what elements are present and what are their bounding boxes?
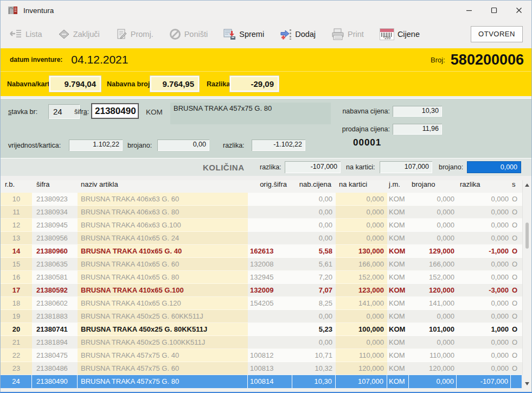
- vertical-scrollbar[interactable]: [522, 180, 531, 388]
- on-card-field: 107,000: [380, 161, 432, 173]
- on-card-label: na kartici:: [346, 163, 375, 171]
- cell-jm: KOM: [387, 271, 409, 284]
- ponisti-button: Poništi: [169, 28, 208, 40]
- cell-rb: 19: [1, 310, 32, 323]
- cell-naziv: BRUSNA TRAKA 410x65 G.120: [78, 297, 248, 310]
- cell-orig: 100813: [248, 362, 292, 375]
- cell-s: [511, 375, 522, 388]
- close-icon: [516, 7, 522, 14]
- cell-nab: 0,00: [292, 193, 336, 206]
- table-row[interactable]: 1621380581BRUSNA TRAKA 410x65 G. 8013294…: [1, 271, 522, 284]
- table-row[interactable]: 2421380490BRUSNA TRAKA 457x75 G. 8010081…: [1, 375, 522, 388]
- purchase-price-label: nabavna cijena:: [337, 107, 390, 115]
- cell-s: O: [511, 297, 522, 310]
- cell-razlika: 0,000: [457, 193, 511, 206]
- cell-sifra: 21380581: [32, 271, 78, 284]
- table-row[interactable]: 2121381894BRUSNA TRAKA 450x25 G.100KK511…: [1, 336, 522, 349]
- cell-nab: 0,00: [292, 232, 336, 245]
- cijene-label: Cijene: [398, 30, 420, 39]
- cell-razlika: 1,000: [457, 323, 511, 336]
- cell-jm: KOM: [387, 310, 409, 323]
- maximize-icon: [491, 7, 497, 14]
- cell-kartici: 0,000: [336, 232, 387, 245]
- cell-naziv: BRUSNA TRAKA 410x65 G. 80: [78, 271, 248, 284]
- dodaj-button[interactable]: Dodaj: [280, 28, 316, 40]
- table-row[interactable]: 2321380486BRUSNA TRAKA 457x75 G. 6010081…: [1, 362, 522, 375]
- cell-sifra: 21380945: [32, 219, 78, 232]
- table-row[interactable]: 1221380945BRUSNA TRAKA 406x63 G.1000,000…: [1, 219, 522, 232]
- scroll-down-button[interactable]: [523, 379, 531, 388]
- cijene-button[interactable]: *299 Cijene: [380, 28, 420, 40]
- cell-orig: 132009: [248, 284, 292, 297]
- cell-sifra: 21380592: [32, 284, 78, 297]
- cell-nab: 8,25: [292, 297, 336, 310]
- cell-naziv: BRUSNA TRAKA 410x65 G. 60: [78, 258, 248, 271]
- quantity-counted-field[interactable]: 0,000: [467, 161, 521, 173]
- purchase-price-field: 10,30: [393, 106, 442, 117]
- cell-s: O: [511, 310, 522, 323]
- lista-button: Lista: [8, 29, 42, 40]
- app-icon: [8, 5, 18, 15]
- cell-rb: 16: [1, 271, 32, 284]
- cell-razlika: 0,000: [457, 258, 511, 271]
- sifra-label: šifra:: [74, 108, 89, 116]
- cell-brojano: 0,000: [409, 310, 457, 323]
- table-row[interactable]: 1721380592BRUSNA TRAKA 410x65 G.10013200…: [1, 284, 522, 297]
- cell-sifra: 21380602: [32, 297, 78, 310]
- cell-s: O: [511, 245, 522, 258]
- cell-naziv: BRUSNA TRAKA 457x75 G. 40: [78, 349, 248, 362]
- cell-s: O: [511, 362, 522, 375]
- cell-naziv: BRUSNA TRAKA 410x65 G.100: [78, 284, 248, 297]
- cell-rb: 12: [1, 219, 32, 232]
- cell-kartici: 0,000: [336, 219, 387, 232]
- status-button[interactable]: OTVOREN: [471, 26, 523, 42]
- cell-sifra: 21380934: [32, 206, 78, 219]
- cell-naziv: BRUSNA TRAKA 410x65 G. 40: [78, 245, 248, 258]
- date-value: 04.12.2021: [71, 53, 128, 66]
- cell-kartici: 141,000: [336, 297, 387, 310]
- table-row[interactable]: 1921381883BRUSNA TRAKA 450x25 G. 60KK511…: [1, 310, 522, 323]
- zakljuci-button: Zaključi: [58, 28, 100, 40]
- table-row[interactable]: 2221380475BRUSNA TRAKA 457x75 G. 4010081…: [1, 349, 522, 362]
- table-row[interactable]: 2021380741BRUSNA TRAKA 450x25 G. 80KK511…: [1, 323, 522, 336]
- counted-field[interactable]: 0,00: [157, 140, 209, 151]
- cell-jm: KOM: [387, 193, 409, 206]
- cell-sifra: 21380486: [32, 362, 78, 375]
- spremi-button[interactable]: Spremi: [223, 28, 264, 40]
- scrollbar-thumb[interactable]: [525, 223, 529, 249]
- totals-difference-field: -29,09: [230, 76, 279, 92]
- counted-label: brojano:: [127, 142, 152, 149]
- cell-naziv: BRUSNA TRAKA 406x63 G.100: [78, 219, 248, 232]
- toolbar: Lista Zaključi Promj. Poništi Spremi Dod…: [1, 20, 531, 48]
- barcode-number: *299: [380, 36, 394, 40]
- spremi-label: Spremi: [239, 30, 264, 39]
- cell-orig: 162613: [248, 245, 292, 258]
- close-button[interactable]: [507, 1, 531, 20]
- barcode-top: [380, 29, 394, 32]
- table-row[interactable]: 1321380956BRUSNA TRAKA 410x65 G. 240,000…: [1, 232, 522, 245]
- minimize-button[interactable]: [457, 1, 482, 20]
- cell-naziv: BRUSNA TRAKA 450x25 G. 80KK511J: [78, 323, 248, 336]
- zakljuci-label: Zaključi: [73, 30, 100, 39]
- cell-razlika: 0,000: [457, 219, 511, 232]
- cell-sifra: 21380490: [32, 375, 78, 388]
- table-row[interactable]: 1821380602BRUSNA TRAKA 410x65 G.12015420…: [1, 297, 522, 310]
- scroll-up-button[interactable]: [523, 180, 531, 189]
- cell-rb: 14: [1, 245, 32, 258]
- table-row[interactable]: 1421380960BRUSNA TRAKA 410x65 G. 4016261…: [1, 245, 522, 258]
- cell-razlika: 0,000: [457, 336, 511, 349]
- col-header-kartici: na kartici: [336, 180, 387, 193]
- cell-naziv: BRUSNA TRAKA 457x75 G. 60: [78, 362, 248, 375]
- lista-icon: [8, 29, 22, 40]
- table-row[interactable]: 1521380635BRUSNA TRAKA 410x65 G. 6013200…: [1, 258, 522, 271]
- table-row[interactable]: 1121380934BRUSNA TRAKA 406x63 G. 800,000…: [1, 206, 522, 219]
- sifra-field[interactable]: 21380490: [91, 103, 139, 119]
- maximize-button[interactable]: [482, 1, 507, 20]
- cell-orig: 132008: [248, 258, 292, 271]
- print-button: Print: [331, 28, 364, 40]
- cell-brojano: 0,000: [409, 375, 457, 388]
- stavka-label: stavka br:: [8, 108, 37, 116]
- dodaj-label: Dodaj: [295, 30, 316, 39]
- table-row[interactable]: 1021380923BRUSNA TRAKA 406x63 G. 600,000…: [1, 193, 522, 206]
- cell-razlika: 0,000: [457, 349, 511, 362]
